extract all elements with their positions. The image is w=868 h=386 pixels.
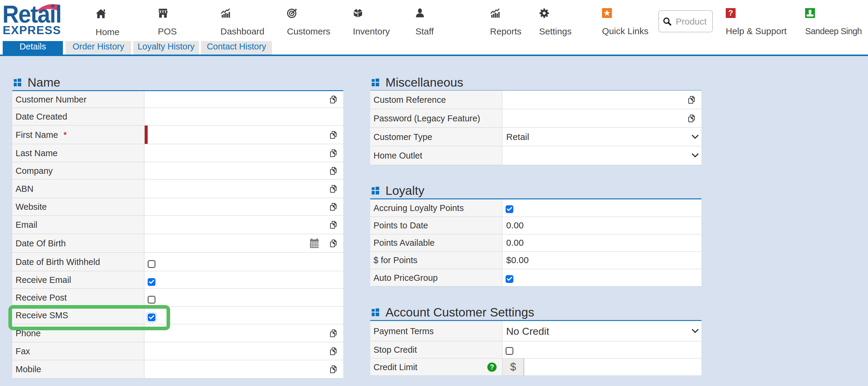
svg-text:?: ? — [728, 8, 733, 18]
svg-text:?: ? — [490, 363, 494, 371]
